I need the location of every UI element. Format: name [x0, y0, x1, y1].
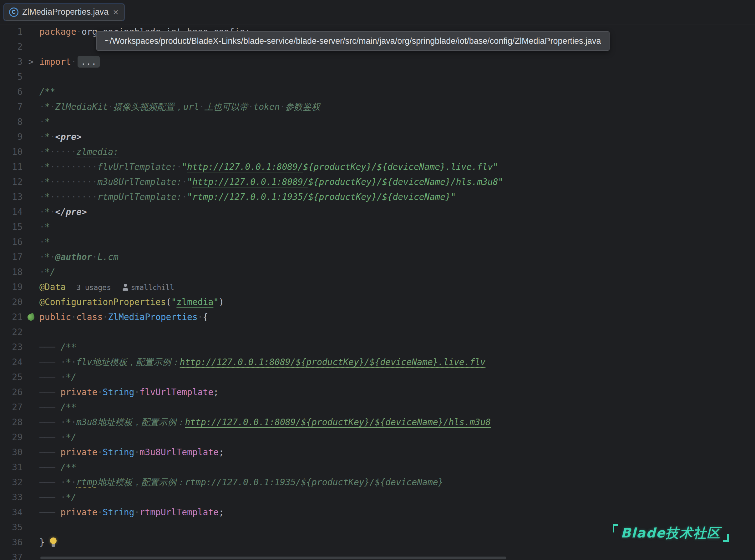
line-number[interactable]: 36 — [0, 535, 22, 550]
line-number[interactable]: 13 — [0, 189, 22, 205]
code-text: ·*·········m3u8UrlTemplate:·"http://127.… — [39, 175, 755, 189]
line-number[interactable]: 17 — [0, 249, 22, 265]
code-token: ─── — [39, 417, 60, 427]
line-number[interactable]: 10 — [0, 144, 22, 160]
code-token: ········· — [50, 192, 98, 202]
line-number[interactable]: 29 — [0, 430, 22, 445]
code-line: 18·*/ — [0, 265, 755, 280]
code-token: · — [39, 102, 45, 112]
line-number[interactable]: 19 — [0, 280, 22, 295]
line-number[interactable]: 37 — [0, 550, 22, 560]
code-token: zlmedia: — [76, 147, 119, 157]
line-number[interactable]: 6 — [0, 84, 22, 99]
line-number[interactable]: 27 — [0, 400, 22, 415]
code-line: 23─── /** — [0, 340, 755, 355]
line-number[interactable]: 28 — [0, 415, 22, 430]
line-number[interactable]: 12 — [0, 175, 22, 189]
line-number[interactable]: 14 — [0, 205, 22, 220]
line-number[interactable]: 20 — [0, 295, 22, 310]
intention-bulb-icon[interactable] — [49, 537, 58, 548]
line-number[interactable]: 25 — [0, 370, 22, 385]
code-token: ; — [219, 507, 224, 517]
gutter-icon-slot — [22, 115, 39, 129]
line-number[interactable]: 5 — [0, 69, 22, 84]
code-token: rtmp://127.0.0.1:1935/${productKey}/${de… — [185, 477, 443, 487]
code-line: 3>import·... — [0, 55, 755, 69]
gutter-icon-slot: > — [22, 55, 39, 69]
code-token: ─── — [39, 507, 60, 517]
code-token: · — [39, 177, 45, 187]
fold-chevron-icon[interactable]: > — [28, 57, 34, 67]
code-token: · — [60, 492, 66, 502]
line-number[interactable]: 16 — [0, 235, 22, 249]
code-token: m3u8地址模板，配置示例： — [76, 417, 185, 427]
code-token: · — [134, 387, 140, 397]
line-number[interactable]: 31 — [0, 460, 22, 475]
tab-close-icon[interactable]: × — [112, 7, 119, 17]
line-number[interactable]: 21 — [0, 310, 22, 325]
line-number[interactable]: 15 — [0, 220, 22, 235]
folded-imports-chip[interactable]: ... — [78, 56, 100, 67]
code-token: ─── — [39, 462, 60, 473]
code-line: 8·* — [0, 115, 755, 129]
code-line: 6/** — [0, 84, 755, 99]
code-token: import — [39, 57, 71, 67]
gutter-icon-slot — [22, 445, 39, 460]
line-number[interactable]: 11 — [0, 160, 22, 175]
horizontal-scrollbar[interactable] — [40, 557, 506, 559]
code-line: 24─── ·*·flv地址模板，配置示例：http://127.0.0.1:8… — [0, 355, 755, 370]
code-text: ─── ·*·m3u8地址模板，配置示例：http://127.0.0.1:80… — [39, 415, 755, 430]
gutter-icon-slot — [22, 69, 39, 84]
line-number[interactable]: 24 — [0, 355, 22, 370]
line-number[interactable]: 2 — [0, 39, 22, 55]
code-token: · — [39, 117, 45, 127]
code-token: rtmp — [76, 477, 97, 488]
code-token: · — [60, 357, 66, 367]
line-number[interactable]: 30 — [0, 445, 22, 460]
code-editor[interactable]: 1package·org.springblade.iot.base.config… — [0, 24, 755, 560]
code-token: 摄像头视频配置， — [113, 102, 183, 112]
code-token: @Data — [39, 282, 66, 292]
code-token: zlmedia — [177, 297, 213, 307]
code-token: · — [134, 447, 140, 457]
code-token: L.cm — [97, 252, 118, 262]
line-number[interactable]: 35 — [0, 520, 22, 535]
code-line: 27─── /** — [0, 400, 755, 415]
code-line: 22 — [0, 325, 755, 340]
line-number[interactable]: 23 — [0, 340, 22, 355]
line-number[interactable]: 34 — [0, 505, 22, 520]
gutter-icon-slot — [22, 460, 39, 475]
gutter-icon-slot — [22, 385, 39, 400]
code-text: ·*/ — [39, 265, 755, 280]
code-token: · — [177, 162, 182, 172]
gutter-icon-slot — [22, 505, 39, 520]
code-line: 33─── ·*/ — [0, 490, 755, 505]
line-number[interactable]: 26 — [0, 385, 22, 400]
tab-zlmediaproperties[interactable]: C ZlMediaProperties.java × — [4, 4, 124, 21]
watermark-bracket-left — [613, 524, 618, 533]
code-line: 31─── /** — [0, 460, 755, 475]
line-number[interactable]: 33 — [0, 490, 22, 505]
line-number[interactable]: 18 — [0, 265, 22, 280]
code-token: · — [71, 312, 76, 322]
ide-window: C ZlMediaProperties.java × 1package·org.… — [0, 0, 755, 560]
line-number[interactable]: 22 — [0, 325, 22, 340]
code-text: ·*·@author·L.cm — [39, 249, 755, 265]
line-number[interactable]: 32 — [0, 475, 22, 490]
code-token: http://127.0.0.1:8089/${productKey}/${de… — [185, 417, 491, 428]
code-token: { — [203, 312, 208, 322]
code-token — [66, 282, 76, 292]
line-number[interactable]: 8 — [0, 115, 22, 129]
gutter-icon-slot — [22, 84, 39, 99]
code-text: ·*·ZlMediaKit·摄像头视频配置，url·上也可以带·token·参数… — [39, 99, 755, 115]
spring-leaf-icon[interactable] — [26, 313, 35, 322]
line-number[interactable]: 1 — [0, 24, 22, 39]
code-token: · — [182, 192, 187, 202]
code-line: 5 — [0, 69, 755, 84]
line-number[interactable]: 9 — [0, 129, 22, 144]
user-icon — [122, 283, 128, 291]
line-number[interactable]: 3 — [0, 55, 22, 69]
code-text: ·* — [39, 115, 755, 129]
file-path-text: ~/Workspaces/product/BladeX-Links/blade-… — [105, 36, 601, 46]
line-number[interactable]: 7 — [0, 99, 22, 115]
